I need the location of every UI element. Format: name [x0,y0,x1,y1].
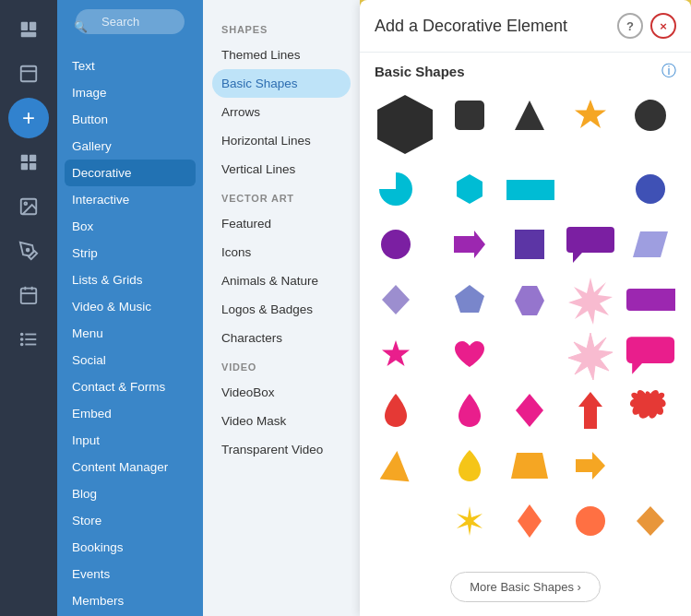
nav-item-embed[interactable]: Embed [57,400,203,427]
nav-item-decorative[interactable]: Decorative [65,160,196,186]
shape-starburst-large[interactable] [566,330,615,380]
shapes-item-basic-shapes[interactable]: Basic Shapes [212,69,351,98]
shape-starburst-pink[interactable] [566,275,615,325]
svg-marker-44 [380,450,412,482]
shape-heart[interactable] [445,330,494,380]
nav-item-lists-grids[interactable]: Lists & Grids [57,267,203,293]
shape-diamond-orange[interactable] [505,496,554,546]
shape-circle-purple[interactable] [371,219,421,269]
shapes-section-heading: SHAPES [203,15,360,41]
shape-parallelogram[interactable] [625,219,675,269]
shape-diamond-orange2[interactable] [625,496,675,546]
shape-triangle[interactable] [505,90,554,140]
pen-icon[interactable] [8,231,49,271]
shape-arrow-right-yellow[interactable] [566,441,615,491]
shapes-item-logos-badges[interactable]: Logos & Badges [203,295,360,324]
shape-arrow-right[interactable] [445,219,494,269]
pages-icon[interactable] [8,9,49,50]
shape-hexagon-small[interactable] [445,164,494,214]
close-button[interactable]: × [650,13,676,39]
nav-item-bookings[interactable]: Bookings [57,534,203,561]
svg-rect-2 [21,32,37,38]
nav-item-events[interactable]: Events [57,561,203,587]
shapes-item-vertical-lines[interactable]: Vertical Lines [203,155,360,184]
shape-star-yellow[interactable] [371,330,421,380]
shape-blob[interactable] [625,90,675,140]
shapes-item-transparent-video[interactable]: Transparent Video [203,435,360,464]
shape-diamond-pink[interactable] [505,385,554,435]
shapes-item-animals-nature[interactable]: Animals & Nature [203,267,360,295]
shape-rectangle-wide[interactable] [505,164,554,214]
nav-item-store[interactable]: Store [57,507,203,534]
nav-item-image[interactable]: Image [57,79,203,106]
search-input[interactable] [76,9,185,34]
svg-marker-39 [382,340,410,366]
help-button[interactable]: ? [617,13,643,39]
nav-item-contact-forms[interactable]: Contact & Forms [57,373,203,400]
svg-marker-35 [382,285,410,314]
svg-rect-7 [21,163,28,170]
nav-item-video-music[interactable]: Video & Music [57,293,203,320]
nav-item-members[interactable]: Members [57,587,203,614]
calendar-icon[interactable] [8,275,49,315]
nav-item-button[interactable]: Button [57,106,203,133]
nav-item-menu[interactable]: Menu [57,320,203,347]
nav-item-interactive[interactable]: Interactive [57,186,203,213]
shape-star[interactable] [566,90,615,140]
shape-rounded-square[interactable] [445,90,494,140]
svg-marker-42 [516,394,543,427]
svg-marker-46 [576,452,605,480]
nav-item-input[interactable]: Input [57,427,203,454]
svg-rect-38 [626,289,675,311]
shapes-grid [360,87,691,557]
nav-item-box[interactable]: Box [57,213,203,240]
shape-teardrop-red[interactable] [371,385,421,435]
svg-marker-33 [573,253,582,263]
nav-item-content-manager[interactable]: Content Manager [57,454,203,480]
shapes-item-icons[interactable]: Icons [203,238,360,267]
list-icon[interactable] [8,319,49,360]
shapes-item-arrows[interactable]: Arrows [203,98,360,126]
shape-teardrop2[interactable] [445,385,494,435]
shapes-item-videobox[interactable]: VideoBox [203,378,360,407]
nav-item-text[interactable]: Text [57,53,203,79]
shape-speech-bubble-purple[interactable] [566,219,615,269]
shapes-item-video-mask[interactable]: Video Mask [203,407,360,435]
layers-icon[interactable] [8,53,49,94]
media-icon[interactable] [8,186,49,227]
grid-icon[interactable] [8,142,49,183]
search-icon: 🔍 [74,20,88,33]
shape-pie[interactable] [371,164,421,214]
nav-item-blog[interactable]: Blog [57,480,203,507]
shapes-item-themed-lines[interactable]: Themed Lines [203,41,360,69]
shape-hexagon[interactable] [371,90,439,159]
shape-circle-orange[interactable] [566,496,615,546]
add-element-icon[interactable]: + [8,98,49,138]
nav-item-social[interactable]: Social [57,347,203,373]
shape-arrow-up[interactable] [566,385,615,435]
shape-pentagon[interactable] [445,275,494,325]
shape-empty [505,330,554,380]
shapes-item-horizontal-lines[interactable]: Horizontal Lines [203,126,360,155]
shape-diamond[interactable] [371,275,421,325]
shape-rectangle-purple[interactable] [625,275,675,325]
section-title: Basic Shapes [375,64,465,79]
shapes-item-featured[interactable]: Featured [203,209,360,238]
shape-flower-red[interactable] [625,385,675,435]
svg-point-28 [636,174,665,204]
shape-square-purple[interactable] [505,219,554,269]
shape-speech-bubble-pink[interactable] [625,330,675,380]
shapes-item-characters[interactable]: Characters [203,324,360,352]
info-icon[interactable]: ⓘ [661,62,676,81]
nav-item-strip[interactable]: Strip [57,240,203,267]
main-header: Add a Decorative Element ? × [360,0,691,53]
more-basic-shapes-button[interactable]: More Basic Shapes › [450,572,601,602]
shape-teardrop-yellow[interactable] [445,441,494,491]
svg-rect-5 [21,155,28,161]
shape-triangle-yellow[interactable] [371,441,421,491]
shape-circle-blue[interactable] [625,164,675,214]
shape-hexagon-flat[interactable] [505,275,554,325]
nav-item-gallery[interactable]: Gallery [57,133,203,160]
shape-trapezoid[interactable] [505,441,554,491]
shape-sparkle[interactable] [445,496,494,546]
